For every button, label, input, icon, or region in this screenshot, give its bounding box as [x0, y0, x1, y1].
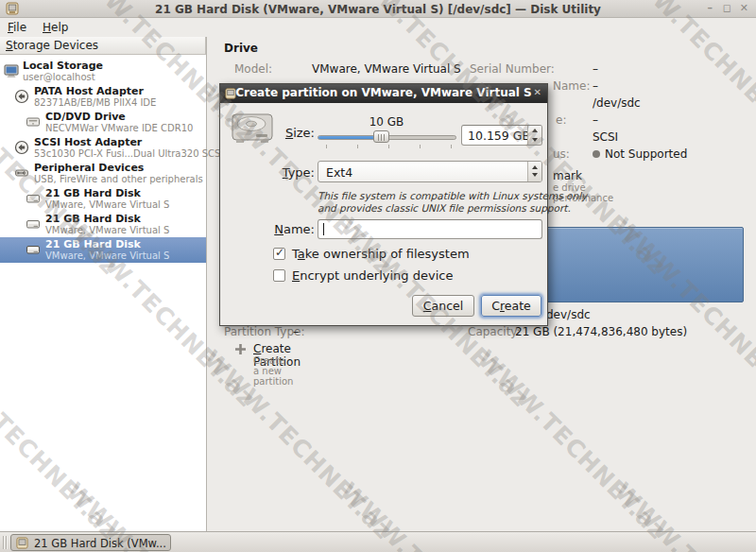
window-title: 21 GB Hard Disk (VMware, VMware Virtual …	[0, 3, 756, 16]
sidebar-item-subtitle: 53c1030 PCI-X Fusi...Dual Ultra320 SCSI	[34, 148, 223, 159]
rotation-rate-value: –	[593, 113, 598, 127]
sidebar-item-subtitle: user@localhost	[23, 72, 95, 82]
size-spinbox-value: 10.159 GB	[468, 129, 530, 143]
sidebar-item-title: Local Storage	[23, 60, 103, 72]
close-button[interactable]: ✕	[740, 2, 748, 14]
world-wide-name-label: Name:	[553, 79, 590, 93]
chevron-down-icon	[527, 162, 541, 181]
sidebar-item-title: 21 GB Hard Disk	[45, 238, 141, 250]
filesystem-type-value: Ext4	[326, 165, 352, 180]
spin-down-button[interactable]	[528, 135, 542, 145]
size-slider-handle[interactable]	[373, 130, 389, 143]
take-ownership-label: Take ownership of filesystem	[292, 247, 470, 261]
sidebar-item-title: 21 GB Hard Disk	[45, 213, 141, 225]
taskbar-drag-handle[interactable]	[3, 536, 8, 549]
take-ownership-checkbox[interactable]: ✓	[273, 248, 285, 260]
taskbar-window-button[interactable]: 21 GB Hard Disk (VMw...	[10, 534, 171, 551]
drive-section-title: Drive	[224, 42, 258, 55]
world-wide-name-value: –	[593, 79, 598, 93]
serial-number-value: –	[593, 62, 598, 76]
hard-disk-icon	[26, 191, 41, 206]
host-adapter-icon	[14, 140, 29, 155]
capacity-value: 21 GB (21,474,836,480 bytes)	[515, 325, 687, 338]
create-partition-dialog: Create partition on VMware, VMware Virtu…	[219, 83, 548, 326]
storage-devices-sidebar: Storage Devices Local Storage user@local…	[0, 37, 207, 531]
partition-name-input[interactable]	[318, 219, 542, 239]
slider-fill	[318, 136, 377, 139]
sidebar-item-subtitle: VMware, VMware Virtual S	[45, 199, 169, 210]
window-icon	[16, 537, 28, 552]
sidebar-item-subtitle: NECVMWar VMware IDE CDR10	[45, 123, 193, 133]
slider-tick	[388, 145, 389, 148]
disk-utility-window: 21 GB Hard Disk (VMware, VMware Virtual …	[0, 0, 756, 552]
sidebar-header[interactable]: Storage Devices	[0, 37, 206, 55]
capacity-label: Capacity:	[468, 325, 521, 338]
volume-device-value: dev/sdc	[546, 308, 591, 321]
optical-drive-icon	[26, 114, 41, 129]
window-titlebar: 21 GB Hard Disk (VMware, VMware Virtual …	[0, 0, 756, 18]
slider-tick	[326, 145, 327, 148]
menu-help[interactable]: Help	[40, 21, 71, 34]
create-button[interactable]: Create	[481, 295, 541, 317]
slider-value-label: 10 GB	[352, 115, 421, 129]
computer-icon	[4, 63, 19, 78]
sidebar-item-title: PATA Host Adapter	[34, 85, 144, 97]
sidebar-item-title: SCSI Host Adapter	[34, 136, 142, 148]
filesystem-note-line2: and provides classic UNIX file permissio…	[318, 202, 542, 214]
sidebar-item-title: CD/DVD Drive	[45, 111, 126, 123]
encrypt-device-label: Encrypt underlying device	[292, 268, 453, 283]
hard-disk-icon	[26, 242, 41, 257]
hard-disk-icon	[26, 216, 41, 232]
menu-file[interactable]: File	[5, 21, 29, 34]
encrypt-device-checkbox[interactable]	[273, 269, 285, 282]
sidebar-item-peripheral-devices[interactable]: Peripheral Devices USB, FireWire and oth…	[0, 161, 206, 186]
name-label: Name:	[254, 222, 315, 236]
type-label: Type:	[254, 165, 315, 180]
maximize-button[interactable]: ◻	[723, 2, 731, 14]
spin-up-button[interactable]	[528, 126, 542, 135]
sidebar-item-subtitle: VMware, VMware Virtual S	[45, 250, 169, 261]
sidebar-item-local-storage[interactable]: Local Storage user@localhost	[0, 59, 206, 84]
spin-stepper	[527, 126, 541, 145]
dialog-close-icon[interactable]: ✕	[534, 87, 541, 97]
sidebar-item-scsi-host-adapter[interactable]: SCSI Host Adapter 53c1030 PCI-X Fusi...D…	[0, 135, 206, 161]
smart-status-label: us:	[553, 147, 570, 161]
sidebar-item-subtitle: USB, FireWire and other peripherals	[34, 174, 203, 184]
dialog-title: Create partition on VMware, VMware Virtu…	[220, 86, 547, 99]
benchmark-title: mark	[553, 169, 582, 182]
sidebar-item-hard-disk-2[interactable]: 21 GB Hard Disk VMware, VMware Virtual S	[0, 212, 206, 237]
host-adapter-icon	[14, 89, 29, 104]
taskbar: 21 GB Hard Disk (VMw...	[0, 531, 756, 552]
sidebar-item-hard-disk-3-selected[interactable]: 21 GB Hard Disk VMware, VMware Virtual S	[0, 237, 206, 263]
rotation-rate-label: e:	[556, 113, 566, 127]
model-label: Model:	[234, 62, 272, 76]
status-dot-icon	[593, 150, 600, 158]
device-value: /dev/sdc	[593, 96, 641, 110]
sidebar-item-hard-disk-1[interactable]: 21 GB Hard Disk VMware, VMware Virtual S	[0, 186, 206, 212]
slider-tick	[357, 145, 358, 148]
connection-value: SCSI	[593, 130, 618, 144]
menubar: File Help	[0, 18, 756, 37]
sidebar-item-pata-host-adapter[interactable]: PATA Host Adapter 82371AB/EB/MB PIIX4 ID…	[0, 84, 206, 110]
size-spinbox[interactable]: 10.159 GB	[461, 125, 542, 146]
partition-type-value: –	[293, 325, 299, 338]
sidebar-item-cd-dvd-drive[interactable]: CD/DVD Drive NECVMWar VMware IDE CDR10	[0, 110, 206, 135]
checkmark-icon: ✓	[275, 246, 284, 259]
sidebar-item-subtitle: 82371AB/EB/MB PIIX4 IDE	[34, 97, 156, 108]
minimize-button[interactable]: –	[708, 2, 713, 14]
slider-tick	[451, 145, 452, 148]
cancel-button[interactable]: Cancel	[412, 295, 474, 317]
usb-icon	[14, 165, 29, 181]
sidebar-item-title: 21 GB Hard Disk	[45, 187, 141, 199]
create-partition-subtitle: Create a new partition	[253, 355, 293, 387]
filesystem-note-line1: This file system is compatible with Linu…	[318, 190, 542, 201]
taskbar-window-label: 21 GB Hard Disk (VMw...	[34, 537, 166, 550]
plus-icon	[234, 343, 247, 358]
dialog-titlebar[interactable]: Create partition on VMware, VMware Virtu…	[220, 84, 547, 103]
serial-number-label: Serial Number:	[470, 62, 555, 76]
grip-icon	[378, 134, 386, 141]
slider-tick	[420, 145, 421, 148]
filesystem-type-dropdown[interactable]: Ext4	[318, 161, 542, 182]
text-caret	[323, 223, 324, 235]
smart-status-value: Not Supported	[605, 147, 687, 161]
